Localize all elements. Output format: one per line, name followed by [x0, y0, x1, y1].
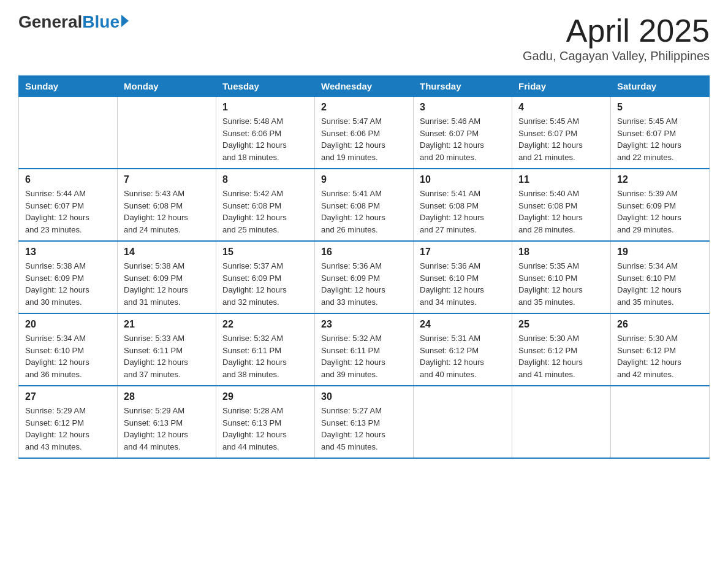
calendar-cell: 11Sunrise: 5:40 AM Sunset: 6:08 PM Dayli… [512, 169, 611, 241]
calendar-cell: 28Sunrise: 5:29 AM Sunset: 6:13 PM Dayli… [118, 386, 216, 458]
month-title: April 2025 [523, 12, 710, 49]
day-info: Sunrise: 5:38 AM Sunset: 6:09 PM Dayligh… [25, 260, 111, 308]
day-number: 21 [124, 319, 210, 330]
calendar-cell: 21Sunrise: 5:33 AM Sunset: 6:11 PM Dayli… [118, 313, 216, 386]
day-number: 6 [25, 174, 111, 185]
calendar-cell: 19Sunrise: 5:34 AM Sunset: 6:10 PM Dayli… [611, 241, 710, 313]
calendar-header: SundayMondayTuesdayWednesdayThursdayFrid… [19, 76, 710, 97]
logo-blue-part: Blue [82, 12, 129, 32]
day-number: 24 [420, 319, 506, 330]
calendar-cell: 4Sunrise: 5:45 AM Sunset: 6:07 PM Daylig… [512, 97, 611, 169]
calendar-week-4: 20Sunrise: 5:34 AM Sunset: 6:10 PM Dayli… [19, 313, 710, 386]
header-cell-saturday: Saturday [611, 76, 710, 97]
day-number: 19 [617, 247, 703, 258]
calendar-cell: 20Sunrise: 5:34 AM Sunset: 6:10 PM Dayli… [19, 313, 118, 386]
day-info: Sunrise: 5:32 AM Sunset: 6:11 PM Dayligh… [321, 332, 407, 380]
calendar-cell [19, 97, 118, 169]
day-info: Sunrise: 5:36 AM Sunset: 6:10 PM Dayligh… [420, 260, 506, 308]
header-cell-friday: Friday [512, 76, 611, 97]
day-info: Sunrise: 5:46 AM Sunset: 6:07 PM Dayligh… [420, 115, 506, 163]
day-info: Sunrise: 5:38 AM Sunset: 6:09 PM Dayligh… [124, 260, 210, 308]
calendar-cell: 5Sunrise: 5:45 AM Sunset: 6:07 PM Daylig… [611, 97, 710, 169]
calendar-cell: 3Sunrise: 5:46 AM Sunset: 6:07 PM Daylig… [414, 97, 512, 169]
calendar-cell: 6Sunrise: 5:44 AM Sunset: 6:07 PM Daylig… [19, 169, 118, 241]
header-cell-monday: Monday [118, 76, 216, 97]
logo-triangle-icon [121, 15, 129, 27]
calendar-cell: 15Sunrise: 5:37 AM Sunset: 6:09 PM Dayli… [216, 241, 315, 313]
calendar-week-1: 1Sunrise: 5:48 AM Sunset: 6:06 PM Daylig… [19, 97, 710, 169]
header-cell-wednesday: Wednesday [315, 76, 414, 97]
title-block: April 2025 Gadu, Cagayan Valley, Philipp… [523, 12, 710, 63]
day-number: 2 [321, 102, 407, 113]
logo: General Blue [18, 12, 129, 32]
day-number: 4 [518, 102, 604, 113]
day-number: 25 [518, 319, 604, 330]
day-info: Sunrise: 5:30 AM Sunset: 6:12 PM Dayligh… [617, 332, 703, 380]
day-number: 17 [420, 247, 506, 258]
calendar-cell: 22Sunrise: 5:32 AM Sunset: 6:11 PM Dayli… [216, 313, 315, 386]
calendar-cell: 8Sunrise: 5:42 AM Sunset: 6:08 PM Daylig… [216, 169, 315, 241]
page-header: General Blue April 2025 Gadu, Cagayan Va… [18, 12, 710, 63]
day-number: 10 [420, 174, 506, 185]
day-number: 30 [321, 391, 407, 402]
day-number: 23 [321, 319, 407, 330]
day-info: Sunrise: 5:45 AM Sunset: 6:07 PM Dayligh… [617, 115, 703, 163]
calendar-cell [118, 97, 216, 169]
calendar-cell [512, 386, 611, 458]
header-row: SundayMondayTuesdayWednesdayThursdayFrid… [19, 76, 710, 97]
day-info: Sunrise: 5:34 AM Sunset: 6:10 PM Dayligh… [25, 332, 111, 380]
header-cell-tuesday: Tuesday [216, 76, 315, 97]
calendar-cell: 17Sunrise: 5:36 AM Sunset: 6:10 PM Dayli… [414, 241, 512, 313]
calendar-cell: 9Sunrise: 5:41 AM Sunset: 6:08 PM Daylig… [315, 169, 414, 241]
calendar-cell: 2Sunrise: 5:47 AM Sunset: 6:06 PM Daylig… [315, 97, 414, 169]
calendar-cell: 30Sunrise: 5:27 AM Sunset: 6:13 PM Dayli… [315, 386, 414, 458]
header-cell-sunday: Sunday [19, 76, 118, 97]
header-cell-thursday: Thursday [414, 76, 512, 97]
day-info: Sunrise: 5:31 AM Sunset: 6:12 PM Dayligh… [420, 332, 506, 380]
day-info: Sunrise: 5:29 AM Sunset: 6:13 PM Dayligh… [124, 405, 210, 453]
day-info: Sunrise: 5:33 AM Sunset: 6:11 PM Dayligh… [124, 332, 210, 380]
location-title: Gadu, Cagayan Valley, Philippines [523, 49, 710, 63]
day-info: Sunrise: 5:28 AM Sunset: 6:13 PM Dayligh… [222, 405, 308, 453]
calendar-cell: 27Sunrise: 5:29 AM Sunset: 6:12 PM Dayli… [19, 386, 118, 458]
day-number: 26 [617, 319, 703, 330]
day-info: Sunrise: 5:35 AM Sunset: 6:10 PM Dayligh… [518, 260, 604, 308]
day-number: 9 [321, 174, 407, 185]
day-info: Sunrise: 5:29 AM Sunset: 6:12 PM Dayligh… [25, 405, 111, 453]
day-info: Sunrise: 5:27 AM Sunset: 6:13 PM Dayligh… [321, 405, 407, 453]
calendar-cell: 7Sunrise: 5:43 AM Sunset: 6:08 PM Daylig… [118, 169, 216, 241]
calendar-cell: 13Sunrise: 5:38 AM Sunset: 6:09 PM Dayli… [19, 241, 118, 313]
calendar-cell: 23Sunrise: 5:32 AM Sunset: 6:11 PM Dayli… [315, 313, 414, 386]
day-info: Sunrise: 5:42 AM Sunset: 6:08 PM Dayligh… [222, 188, 308, 236]
logo-blue-text: Blue [82, 12, 119, 32]
calendar-week-2: 6Sunrise: 5:44 AM Sunset: 6:07 PM Daylig… [19, 169, 710, 241]
calendar-week-5: 27Sunrise: 5:29 AM Sunset: 6:12 PM Dayli… [19, 386, 710, 458]
day-info: Sunrise: 5:39 AM Sunset: 6:09 PM Dayligh… [617, 188, 703, 236]
day-info: Sunrise: 5:41 AM Sunset: 6:08 PM Dayligh… [321, 188, 407, 236]
calendar-cell: 25Sunrise: 5:30 AM Sunset: 6:12 PM Dayli… [512, 313, 611, 386]
day-info: Sunrise: 5:44 AM Sunset: 6:07 PM Dayligh… [25, 188, 111, 236]
calendar-cell: 14Sunrise: 5:38 AM Sunset: 6:09 PM Dayli… [118, 241, 216, 313]
day-number: 22 [222, 319, 308, 330]
logo-general-text: General [18, 12, 82, 32]
day-number: 14 [124, 247, 210, 258]
day-info: Sunrise: 5:43 AM Sunset: 6:08 PM Dayligh… [124, 188, 210, 236]
day-info: Sunrise: 5:37 AM Sunset: 6:09 PM Dayligh… [222, 260, 308, 308]
day-number: 27 [25, 391, 111, 402]
day-number: 11 [518, 174, 604, 185]
day-number: 5 [617, 102, 703, 113]
calendar-cell: 1Sunrise: 5:48 AM Sunset: 6:06 PM Daylig… [216, 97, 315, 169]
day-number: 1 [222, 102, 308, 113]
day-number: 16 [321, 247, 407, 258]
day-info: Sunrise: 5:47 AM Sunset: 6:06 PM Dayligh… [321, 115, 407, 163]
day-info: Sunrise: 5:40 AM Sunset: 6:08 PM Dayligh… [518, 188, 604, 236]
calendar-cell: 18Sunrise: 5:35 AM Sunset: 6:10 PM Dayli… [512, 241, 611, 313]
day-number: 8 [222, 174, 308, 185]
day-info: Sunrise: 5:45 AM Sunset: 6:07 PM Dayligh… [518, 115, 604, 163]
day-info: Sunrise: 5:41 AM Sunset: 6:08 PM Dayligh… [420, 188, 506, 236]
calendar-cell [611, 386, 710, 458]
day-number: 29 [222, 391, 308, 402]
calendar-cell [414, 386, 512, 458]
calendar-cell: 10Sunrise: 5:41 AM Sunset: 6:08 PM Dayli… [414, 169, 512, 241]
day-number: 13 [25, 247, 111, 258]
